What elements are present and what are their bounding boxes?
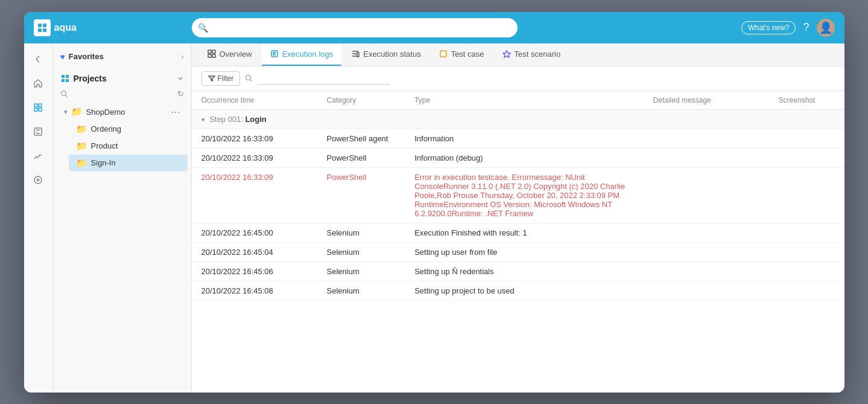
tab-execution-logs[interactable]: Execution logs	[262, 43, 342, 66]
cell-detailed	[644, 167, 769, 223]
svg-rect-8	[34, 128, 42, 135]
icon-bar-plus[interactable]	[27, 169, 49, 191]
cell-time: 20/10/2022 16:33:09	[192, 167, 317, 223]
cell-screenshot	[769, 261, 844, 281]
filter-search-input[interactable]	[258, 72, 390, 85]
test-case-icon	[439, 50, 448, 58]
icon-bar-analytics[interactable]	[27, 145, 49, 167]
filter-label: Filter	[218, 74, 234, 83]
svg-rect-15	[208, 50, 211, 53]
tree-item-signin[interactable]: 📁 Sign-In	[69, 155, 188, 172]
cell-category: PowerShell agent	[317, 129, 405, 148]
cell-detailed	[644, 223, 769, 242]
icon-bar-tests[interactable]	[27, 97, 49, 118]
tab-test-scenario[interactable]: Test scenario	[494, 43, 569, 66]
svg-rect-5	[39, 104, 42, 107]
sidebar-search-input[interactable]	[72, 89, 174, 98]
cell-detailed	[644, 242, 769, 261]
tree-item-shopdemo[interactable]: ▾ 📁 ShopDemo ⋯	[57, 103, 188, 121]
table-row: 20/10/2022 16:45:00 Selenium Execution F…	[192, 223, 844, 242]
search-input[interactable]	[192, 18, 518, 37]
tab-execution-status[interactable]: Execution status	[343, 43, 429, 66]
tab-overview-label: Overview	[220, 50, 252, 59]
icon-bar-reports[interactable]	[27, 121, 49, 143]
filter-search-icon	[245, 74, 253, 82]
svg-point-22	[246, 75, 251, 80]
global-search[interactable]: 🔍	[192, 18, 518, 37]
step-header-row: ▾ Step 001: Login	[192, 109, 844, 129]
cell-type: Setting up user from file	[405, 242, 643, 261]
execution-status-icon	[351, 50, 360, 58]
col-header-detailed: Detailed message	[644, 91, 769, 110]
svg-rect-2	[38, 28, 42, 32]
svg-rect-3	[43, 28, 46, 32]
avatar[interactable]: 👤	[817, 19, 835, 37]
product-label: Product	[91, 141, 118, 150]
svg-point-14	[61, 91, 66, 95]
step-name: Login	[245, 115, 266, 124]
product-folder-icon: 📁	[76, 141, 87, 152]
tab-execution-logs-label: Execution logs	[282, 50, 334, 59]
table-container: Occurrence time Category Type Detailed m…	[192, 91, 844, 393]
step-label: Step 001:	[209, 115, 243, 124]
icon-bar-collapse[interactable]	[27, 48, 49, 70]
cell-screenshot	[769, 223, 844, 242]
sidebar-search-row: ↻	[53, 87, 191, 101]
shopdemo-folder-icon: 📁	[71, 106, 83, 117]
sidebar-search-icon	[60, 90, 68, 98]
logo-icon	[34, 19, 51, 36]
icon-bar-home[interactable]	[27, 72, 49, 94]
content: Overview Execution logs Execution status	[192, 43, 844, 393]
filter-button[interactable]: Filter	[201, 71, 241, 86]
help-icon[interactable]: ?	[803, 21, 809, 34]
shopdemo-chevron: ▾	[64, 108, 68, 116]
cell-time: 20/10/2022 16:33:09	[192, 129, 317, 148]
favorites-label: Favorites	[69, 52, 104, 61]
favorites-left: ♥ Favorites	[60, 52, 104, 62]
cell-category: Selenium	[317, 281, 405, 300]
svg-rect-20	[357, 53, 359, 57]
col-header-time: Occurrence time	[192, 91, 317, 110]
table-row: 20/10/2022 16:45:06 Selenium Setting up …	[192, 261, 844, 281]
whats-new-button[interactable]: What's new?	[741, 21, 796, 34]
cell-type: Information	[405, 129, 643, 148]
col-header-screenshot: Screenshot	[769, 91, 844, 110]
tab-overview[interactable]: Overview	[199, 43, 261, 66]
cell-detailed	[644, 148, 769, 167]
tree-item-product[interactable]: 📁 Product	[69, 138, 188, 155]
svg-rect-13	[66, 79, 69, 82]
table-row: 20/10/2022 16:45:08 Selenium Setting up …	[192, 281, 844, 300]
projects-icon	[60, 74, 70, 83]
tree-children: 📁 Ordering 📁 Product 📁 Sign-In	[53, 121, 191, 172]
search-icon: 🔍	[198, 23, 208, 33]
cell-type: Information (debug)	[405, 148, 643, 167]
step-chevron[interactable]: ▾	[201, 116, 205, 123]
svg-rect-1	[43, 24, 46, 27]
sidebar-projects-header: Projects	[53, 70, 191, 87]
table-row: 20/10/2022 16:45:04 Selenium Setting up …	[192, 242, 844, 261]
tabs-bar: Overview Execution logs Execution status	[192, 43, 844, 66]
tab-test-case[interactable]: Test case	[431, 43, 493, 66]
main-layout: ♥ Favorites › Projects	[24, 43, 844, 393]
overview-icon	[207, 50, 216, 58]
sidebar-projects-section: Projects ↻ ▾ �	[53, 70, 191, 174]
topbar: aqua 🔍 What's new? ? 👤	[24, 12, 844, 43]
cell-screenshot	[769, 167, 844, 223]
col-header-category: Category	[317, 91, 405, 110]
cell-type: Setting up project to be used	[405, 281, 643, 300]
heart-icon: ♥	[60, 52, 65, 62]
refresh-icon[interactable]: ↻	[177, 89, 184, 98]
tree-item-ordering[interactable]: 📁 Ordering	[69, 121, 188, 138]
svg-rect-18	[212, 54, 215, 57]
cell-screenshot	[769, 281, 844, 300]
sidebar-favorites[interactable]: ♥ Favorites ›	[53, 48, 191, 65]
cell-type: Execution Finished with result: 1	[405, 223, 643, 242]
shopdemo-more[interactable]: ⋯	[171, 106, 180, 118]
table-row-error: 20/10/2022 16:33:09 PowerShell Error in …	[192, 167, 844, 223]
col-header-type: Type	[405, 91, 643, 110]
cell-time: 20/10/2022 16:45:08	[192, 281, 317, 300]
signin-folder-icon: 📁	[76, 158, 87, 168]
svg-rect-17	[208, 54, 211, 57]
cell-time: 20/10/2022 16:33:09	[192, 148, 317, 167]
sidebar-tree: ▾ 📁 ShopDemo ⋯ 📁 Ordering 📁 Product	[53, 101, 191, 174]
